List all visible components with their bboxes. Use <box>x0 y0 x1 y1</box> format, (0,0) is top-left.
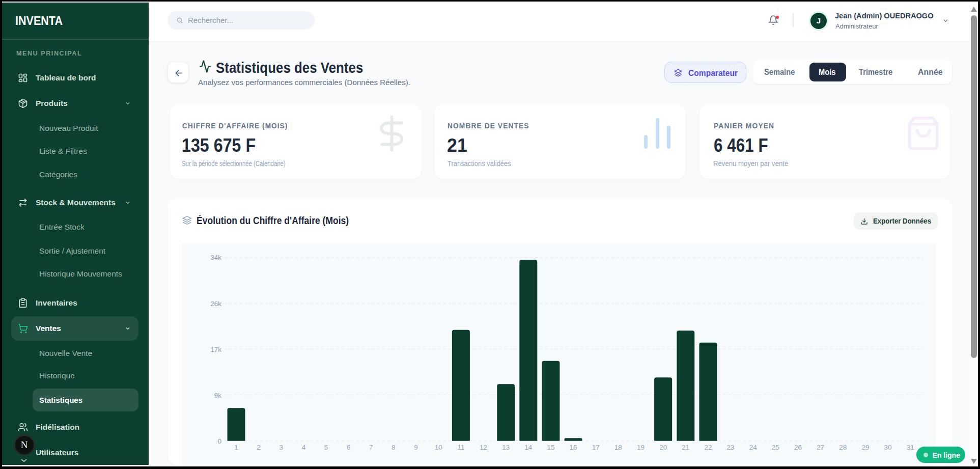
svg-text:26: 26 <box>794 444 802 451</box>
svg-text:11: 11 <box>457 444 464 451</box>
svg-text:10: 10 <box>435 444 442 451</box>
svg-text:13: 13 <box>502 444 510 451</box>
svg-text:6: 6 <box>347 444 351 451</box>
svg-text:2: 2 <box>257 444 261 451</box>
svg-text:26k: 26k <box>210 300 221 308</box>
svg-text:9: 9 <box>414 444 418 451</box>
svg-text:18: 18 <box>614 444 622 451</box>
svg-text:20: 20 <box>659 444 667 451</box>
svg-text:31: 31 <box>907 444 914 451</box>
svg-text:34k: 34k <box>210 254 221 261</box>
svg-text:0: 0 <box>217 437 221 445</box>
svg-text:19: 19 <box>637 444 645 451</box>
svg-text:14: 14 <box>524 444 533 451</box>
svg-text:8: 8 <box>391 444 396 451</box>
svg-text:25: 25 <box>772 444 779 451</box>
svg-text:17k: 17k <box>210 346 221 353</box>
svg-text:4: 4 <box>302 444 306 451</box>
svg-text:7: 7 <box>369 444 373 451</box>
svg-text:27: 27 <box>817 444 824 451</box>
svg-text:1: 1 <box>234 444 238 451</box>
svg-text:15: 15 <box>547 444 554 451</box>
svg-text:28: 28 <box>839 444 847 451</box>
svg-text:17: 17 <box>592 444 600 451</box>
svg-text:12: 12 <box>480 444 487 451</box>
svg-text:29: 29 <box>861 444 869 451</box>
svg-text:5: 5 <box>324 444 328 451</box>
svg-text:24: 24 <box>749 444 758 451</box>
svg-text:9k: 9k <box>214 392 222 399</box>
svg-text:30: 30 <box>884 444 892 451</box>
svg-text:23: 23 <box>727 444 735 451</box>
svg-text:16: 16 <box>570 444 577 451</box>
svg-text:3: 3 <box>279 444 284 451</box>
svg-text:22: 22 <box>704 444 712 451</box>
svg-text:21: 21 <box>682 444 689 451</box>
